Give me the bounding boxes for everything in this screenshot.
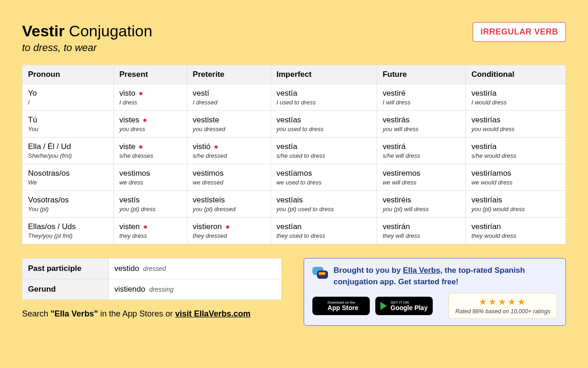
- conjugation-cell: vestiríais you (pl) would dress: [466, 191, 566, 218]
- table-header: Present: [113, 65, 187, 84]
- conjugation-cell: vestiremos we will dress: [377, 164, 465, 191]
- table-row: Vosotras/osYou (pl)vestís you (pl) dress…: [23, 191, 566, 218]
- conjugation-cell: vestirás you will dress: [377, 111, 465, 138]
- title-suffix: Conjugation: [65, 22, 153, 40]
- conjugation-table: PronounPresentPreteriteImperfectFutureCo…: [22, 65, 566, 244]
- irregular-dot-icon: [139, 92, 142, 95]
- app-icon: [312, 265, 328, 281]
- play-big: Google Play: [390, 305, 428, 311]
- table-header: Preterite: [187, 65, 271, 84]
- table-row: Ellas/os / UdsThey/you (pl fml)visten th…: [23, 218, 566, 244]
- conjugation-cell: vestirán they will dress: [377, 218, 465, 244]
- visit-link[interactable]: visit EllaVerbs.com: [175, 309, 250, 318]
- google-play-button[interactable]: GET IT ON Google Play: [375, 297, 433, 315]
- conjugation-cell: vestirían they would dress: [466, 218, 566, 244]
- conjugation-cell: vestiré I will dress: [377, 84, 465, 111]
- conjugation-cell: vestías you used to dress: [271, 111, 377, 138]
- conjugation-cell: vestíamos we used to dress: [271, 164, 377, 191]
- promo-before: Brought to you by: [334, 266, 403, 275]
- page-title: Vestir Conjugation: [22, 22, 153, 40]
- conjugation-cell: vestí I dressed: [187, 84, 271, 111]
- conjugation-cell: vestirá s/he will dress: [377, 138, 465, 164]
- conjugation-cell: vestimos we dress: [113, 164, 187, 191]
- participle-label: Past participle: [23, 259, 109, 279]
- search-hint: Search "Ella Verbs" in the App Stores or…: [22, 309, 282, 319]
- pronoun-cell: YoI: [23, 84, 114, 111]
- conjugation-cell: vestisteis you (pl) dressed: [187, 191, 271, 218]
- conjugation-cell: visto I dress: [113, 84, 187, 111]
- table-header: Imperfect: [271, 65, 377, 84]
- pronoun-cell: Vosotras/osYou (pl): [23, 191, 114, 218]
- search-prefix: Search: [22, 309, 51, 318]
- participle-table: Past participlevestido dressedGerundvist…: [22, 258, 282, 300]
- table-header: Pronoun: [23, 65, 114, 84]
- table-row: TúYouvistes you dressvestiste you dresse…: [23, 111, 566, 138]
- pronoun-cell: TúYou: [23, 111, 114, 138]
- participle-row: Gerundvistiendo dressing: [23, 279, 282, 300]
- table-header: Future: [377, 65, 465, 84]
- table-row: Ella / Él / UdShe/he/you (fml)viste s/he…: [23, 138, 566, 164]
- participle-label: Gerund: [23, 279, 109, 300]
- star-icons: ★★★★★: [455, 296, 550, 307]
- participle-value: vistiendo dressing: [109, 279, 282, 300]
- promo-link[interactable]: Ella Verbs: [403, 266, 440, 275]
- participle-value: vestido dressed: [109, 259, 282, 279]
- play-icon: [380, 302, 387, 310]
- participle-row: Past participlevestido dressed: [23, 259, 282, 279]
- conjugation-cell: vestía I used to dress: [271, 84, 377, 111]
- table-row: Nosotras/osWevestimos we dressvestimos w…: [23, 164, 566, 191]
- table-header: Conditional: [466, 65, 566, 84]
- pronoun-cell: Ella / Él / UdShe/he/you (fml): [23, 138, 114, 164]
- conjugation-cell: vestía s/he used to dress: [271, 138, 377, 164]
- conjugation-cell: vestirías you would dress: [466, 111, 566, 138]
- conjugation-cell: viste s/he dresses: [113, 138, 187, 164]
- table-row: YoIvisto I dressvestí I dressedvestía I …: [23, 84, 566, 111]
- verb-name: Vestir: [22, 22, 65, 40]
- appstore-big: App Store: [328, 305, 358, 311]
- conjugation-cell: visten they dress: [113, 218, 187, 244]
- search-quoted: "Ella Verbs": [51, 309, 98, 318]
- conjugation-cell: vestiría s/he would dress: [466, 138, 566, 164]
- rating-text: Rated 98% based on 10,000+ ratings: [455, 308, 550, 315]
- conjugation-cell: vistió s/he dressed: [187, 138, 271, 164]
- pronoun-cell: Ellas/os / UdsThey/you (pl fml): [23, 218, 114, 244]
- rating-box: ★★★★★ Rated 98% based on 10,000+ ratings: [448, 293, 557, 319]
- app-store-button[interactable]: Download on the App Store: [312, 297, 370, 315]
- pronoun-cell: Nosotras/osWe: [23, 164, 114, 191]
- verb-meaning: to dress, to wear: [22, 42, 153, 54]
- conjugation-cell: vestían they used to dress: [271, 218, 377, 244]
- irregular-dot-icon: [226, 225, 229, 229]
- irregular-dot-icon: [215, 145, 218, 149]
- promo-box: Brought to you by Ella Verbs, the top-ra…: [304, 258, 566, 326]
- conjugation-cell: vistes you dress: [113, 111, 187, 138]
- conjugation-cell: vistieron they dressed: [187, 218, 271, 244]
- search-middle: in the App Stores or: [98, 309, 175, 318]
- irregular-dot-icon: [139, 145, 142, 149]
- conjugation-cell: vestís you (pl) dress: [113, 191, 187, 218]
- conjugation-cell: vestiríamos we would dress: [466, 164, 566, 191]
- conjugation-cell: vestiría I would dress: [466, 84, 566, 111]
- conjugation-cell: vestiste you dressed: [187, 111, 271, 138]
- irregular-dot-icon: [144, 225, 147, 229]
- conjugation-cell: vestimos we dressed: [187, 164, 271, 191]
- conjugation-cell: vestiréis you (pl) will dress: [377, 191, 465, 218]
- conjugation-cell: vestíais you (pl) used to dress: [271, 191, 377, 218]
- irregular-dot-icon: [143, 119, 147, 122]
- irregular-badge: IRREGULAR VERB: [473, 22, 566, 42]
